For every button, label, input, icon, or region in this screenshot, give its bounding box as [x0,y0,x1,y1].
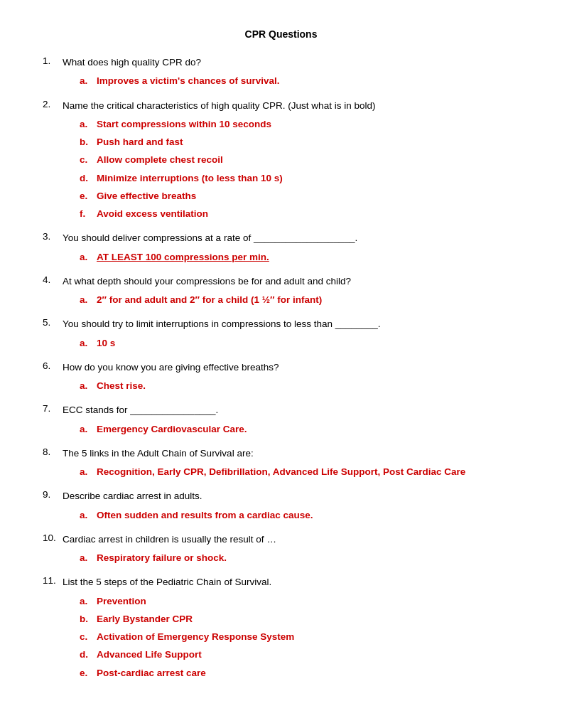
answer-text-11-3: Activation of Emergency Response System [97,630,294,644]
answer-text-2-3: Allow complete chest recoil [97,153,223,167]
answer-letter-6-1: a. [80,379,92,393]
answer-item-10-1: a.Respiratory failure or shock. [80,551,519,565]
answer-letter-3-1: a. [80,250,92,264]
answers-list-10: a.Respiratory failure or shock. [80,551,519,565]
answer-text-2-5: Give effective breaths [97,189,196,203]
question-block-8: 8.The 5 links in the Adult Chain of Surv… [43,446,519,480]
question-number-10: 10. [43,532,58,547]
question-number-7: 7. [43,403,58,417]
answer-letter-5-1: a. [80,336,92,350]
question-text-9: Describe cardiac arrest in adults. [63,489,202,503]
question-text-6: How do you know you are giving effective… [63,360,279,375]
question-number-3: 3. [43,231,58,245]
answer-item-4-1: a.2″ for and adult and 2″ for a child (1… [80,293,519,307]
answer-letter-2-2: b. [80,135,92,149]
question-number-11: 11. [43,575,58,589]
answer-item-2-4: d.Minimize interruptions (to less than 1… [80,171,519,186]
question-block-11: 11.List the 5 steps of the Pediatric Cha… [43,575,519,680]
question-block-9: 9.Describe cardiac arrest in adults.a.Of… [43,489,519,523]
answer-text-2-6: Avoid excess ventilation [97,207,208,221]
answer-item-2-1: a.Start compressions within 10 seconds [80,117,519,132]
question-text-10: Cardiac arrest in children is usually th… [63,532,276,547]
question-text-5: You should try to limit interruptions in… [63,317,381,331]
question-text-3: You should deliver compressions at a rat… [63,231,357,245]
answer-text-3-1: AT LEAST 100 compressions per min. [97,250,269,264]
question-number-2: 2. [43,99,58,113]
question-text-1: What does high quality CPR do? [63,55,201,70]
answer-text-2-1: Start compressions within 10 seconds [97,117,271,132]
question-block-7: 7.ECC stands for ________________.a.Emer… [43,403,519,437]
answers-list-6: a.Chest rise. [80,379,519,393]
answer-text-9-1: Often sudden and results from a cardiac … [97,508,313,523]
answer-letter-2-1: a. [80,117,92,132]
question-block-2: 2.Name the critical characteristics of h… [43,99,519,222]
question-block-5: 5.You should try to limit interruptions … [43,317,519,350]
question-number-9: 9. [43,489,58,503]
answer-letter-10-1: a. [80,551,92,565]
answer-letter-8-1: a. [80,465,92,479]
question-block-4: 4.At what depth should your compressions… [43,274,519,308]
answer-letter-9-1: a. [80,508,92,523]
answer-letter-2-5: e. [80,189,92,203]
answer-text-2-2: Push hard and fast [97,135,183,149]
answer-text-7-1: Emergency Cardiovascular Care. [97,422,247,437]
answer-letter-1-1: a. [80,74,92,88]
answer-text-11-4: Advanced Life Support [97,648,202,662]
answer-item-2-6: f.Avoid excess ventilation [80,207,519,221]
answers-list-8: a.Recognition, Early CPR, Defibrillation… [80,465,519,479]
answer-item-9-1: a.Often sudden and results from a cardia… [80,508,519,523]
answer-letter-7-1: a. [80,422,92,437]
question-text-8: The 5 links in the Adult Chain of Surviv… [63,446,254,461]
page-title: CPR Questions [43,28,519,40]
answers-list-4: a.2″ for and adult and 2″ for a child (1… [80,293,519,307]
question-number-1: 1. [43,55,58,70]
answer-letter-11-2: b. [80,612,92,626]
question-text-11: List the 5 steps of the Pediatric Chain … [63,575,271,589]
answer-item-2-5: e.Give effective breaths [80,189,519,203]
question-number-8: 8. [43,446,58,461]
answer-letter-2-3: c. [80,153,92,167]
answer-item-3-1: a.AT LEAST 100 compressions per min. [80,250,519,264]
answer-item-1-1: a.Improves a victim's chances of surviva… [80,74,519,88]
answer-text-6-1: Chest rise. [97,379,146,393]
answer-letter-11-1: a. [80,594,92,609]
answer-text-11-5: Post-cardiac arrest care [97,666,206,680]
question-number-4: 4. [43,274,58,289]
question-block-10: 10.Cardiac arrest in children is usually… [43,532,519,566]
answer-item-5-1: a.10 s [80,336,519,350]
answer-item-8-1: a.Recognition, Early CPR, Defibrillation… [80,465,519,479]
answer-letter-2-4: d. [80,171,92,186]
answer-item-11-3: c.Activation of Emergency Response Syste… [80,630,519,644]
answer-item-11-1: a.Prevention [80,594,519,609]
answer-text-4-1: 2″ for and adult and 2″ for a child (1 ½… [97,293,322,307]
answers-list-1: a.Improves a victim's chances of surviva… [80,74,519,88]
question-text-2: Name the critical characteristics of hig… [63,99,375,113]
answer-item-11-4: d.Advanced Life Support [80,648,519,662]
answers-list-5: a.10 s [80,336,519,350]
answer-letter-2-6: f. [80,207,92,221]
answer-item-11-2: b.Early Bystander CPR [80,612,519,626]
answer-text-11-1: Prevention [97,594,146,609]
answers-list-11: a.Preventionb.Early Bystander CPRc.Activ… [80,594,519,680]
answers-list-2: a.Start compressions within 10 secondsb.… [80,117,519,222]
answer-letter-4-1: a. [80,293,92,307]
answer-text-11-2: Early Bystander CPR [97,612,193,626]
answer-text-8-1: Recognition, Early CPR, Defibrillation, … [97,465,465,479]
answer-letter-11-5: e. [80,666,92,680]
answer-item-6-1: a.Chest rise. [80,379,519,393]
answer-item-2-3: c.Allow complete chest recoil [80,153,519,167]
answer-text-1-1: Improves a victim's chances of survival. [97,74,280,88]
answer-letter-11-4: d. [80,648,92,662]
answers-list-7: a.Emergency Cardiovascular Care. [80,422,519,437]
question-block-6: 6.How do you know you are giving effecti… [43,360,519,394]
answer-letter-11-3: c. [80,630,92,644]
answer-item-11-5: e.Post-cardiac arrest care [80,666,519,680]
question-number-6: 6. [43,360,58,375]
question-number-5: 5. [43,317,58,331]
question-text-4: At what depth should your compressions b… [63,274,351,289]
question-block-1: 1.What does high quality CPR do?a.Improv… [43,55,519,89]
question-block-3: 3.You should deliver compressions at a r… [43,231,519,264]
answers-list-9: a.Often sudden and results from a cardia… [80,508,519,523]
answer-item-7-1: a.Emergency Cardiovascular Care. [80,422,519,437]
question-text-7: ECC stands for ________________. [63,403,218,417]
